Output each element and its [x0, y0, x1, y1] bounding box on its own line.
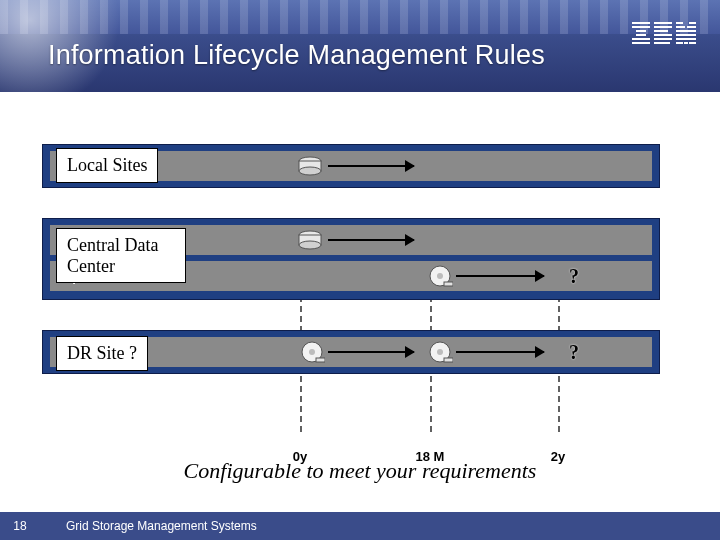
svg-rect-19	[682, 38, 690, 40]
question-mark-icon: ?	[569, 265, 579, 288]
svg-rect-17	[676, 34, 696, 36]
footer: 18 Grid Storage Management Systems	[0, 512, 720, 540]
tape-icon	[427, 265, 453, 287]
svg-point-34	[309, 349, 315, 355]
arrow-icon	[328, 165, 414, 167]
svg-point-29	[299, 241, 321, 249]
svg-rect-23	[689, 42, 696, 44]
site-label-dr: DR Site ?	[56, 336, 148, 371]
svg-rect-18	[676, 38, 683, 40]
svg-rect-6	[654, 22, 672, 24]
page-title: Information Lifecycle Management Rules	[48, 40, 545, 71]
svg-point-26	[299, 167, 321, 175]
svg-rect-21	[676, 42, 683, 44]
svg-rect-13	[689, 22, 696, 24]
svg-rect-2	[636, 30, 646, 32]
svg-rect-1	[632, 26, 650, 28]
svg-rect-15	[687, 26, 696, 28]
arrow-icon	[456, 275, 544, 277]
svg-point-31	[437, 273, 443, 279]
svg-rect-11	[654, 42, 670, 44]
diagram-area: SATA Local Sites SATA Tape ? Central Dat…	[0, 110, 720, 492]
svg-rect-4	[632, 38, 650, 40]
svg-rect-14	[676, 26, 685, 28]
page-number: 18	[0, 519, 40, 533]
tape-icon	[427, 341, 453, 363]
arrow-icon	[328, 351, 414, 353]
svg-rect-16	[676, 30, 696, 32]
svg-point-37	[437, 349, 443, 355]
disk-icon	[297, 230, 323, 250]
site-label-local: Local Sites	[56, 148, 158, 183]
header-stripe-pattern	[0, 0, 720, 34]
svg-rect-20	[689, 38, 696, 40]
header: Information Lifecycle Management Rules	[0, 0, 720, 92]
svg-rect-9	[654, 34, 672, 36]
svg-rect-7	[654, 26, 672, 28]
svg-rect-38	[444, 358, 453, 362]
arrow-icon	[456, 351, 544, 353]
subtitle: Configurable to meet your requirements	[0, 458, 720, 484]
question-mark-icon: ?	[569, 341, 579, 364]
svg-rect-8	[654, 30, 668, 32]
arrow-icon	[328, 239, 414, 241]
svg-rect-0	[632, 22, 650, 24]
site-label-central: Central Data Center	[56, 228, 186, 283]
footer-caption: Grid Storage Management Systems	[40, 519, 257, 533]
svg-rect-5	[632, 42, 650, 44]
svg-rect-22	[684, 42, 688, 44]
svg-rect-10	[654, 38, 672, 40]
tape-icon	[299, 341, 325, 363]
svg-rect-32	[444, 282, 453, 286]
svg-rect-12	[676, 22, 683, 24]
svg-rect-35	[316, 358, 325, 362]
ibm-logo-icon	[632, 22, 696, 52]
disk-icon	[297, 156, 323, 176]
svg-rect-3	[636, 34, 646, 36]
